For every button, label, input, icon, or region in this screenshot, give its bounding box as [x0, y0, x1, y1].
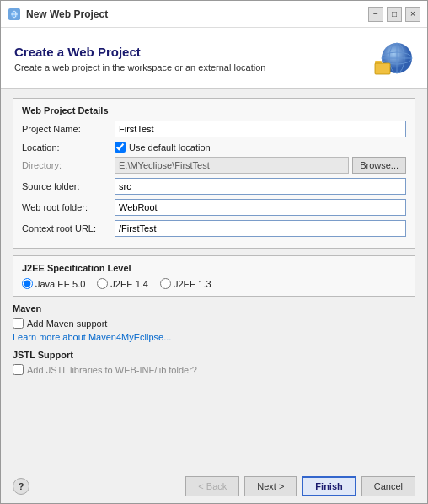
window-icon — [8, 8, 21, 21]
context-root-row: Context root URL: — [22, 220, 406, 237]
back-button[interactable]: < Back — [185, 476, 239, 496]
use-default-location-checkbox[interactable] — [115, 142, 126, 153]
svg-rect-9 — [375, 63, 390, 74]
directory-input[interactable] — [115, 157, 349, 174]
j2ee-label-14: J2EE 1.4 — [110, 279, 148, 289]
web-root-row: Web root folder: — [22, 199, 406, 216]
jstl-title: JSTL Support — [13, 350, 415, 360]
header-subtitle: Create a web project in the workspace or… — [14, 62, 366, 72]
directory-label: Directory: — [22, 160, 115, 170]
maven-checkbox-row: Add Maven support — [13, 318, 415, 329]
add-maven-checkbox[interactable] — [13, 318, 24, 329]
j2ee-section: J2EE Specification Level Java EE 5.0 J2E… — [13, 255, 415, 297]
web-root-input[interactable] — [115, 199, 406, 216]
window: New Web Project − □ × Create a Web Proje… — [0, 0, 428, 504]
use-default-location-row: Use default location — [115, 142, 211, 153]
jstl-section: JSTL Support Add JSTL libraries to WEB-I… — [13, 350, 415, 375]
next-button[interactable]: Next > — [244, 476, 297, 496]
directory-row: Directory: Browse... — [22, 157, 406, 174]
source-folder-label: Source folder: — [22, 181, 115, 191]
j2ee-label-javaee5: Java EE 5.0 — [35, 279, 85, 289]
header-text: Create a Web Project Create a web projec… — [14, 45, 366, 72]
location-row: Location: Use default location — [22, 142, 406, 153]
context-root-input[interactable] — [115, 220, 406, 237]
project-name-input[interactable] — [115, 121, 406, 137]
cancel-button[interactable]: Cancel — [361, 476, 415, 496]
j2ee-radio-javaee5[interactable] — [22, 278, 33, 289]
add-maven-label: Add Maven support — [27, 319, 107, 329]
content-area: Web Project Details Project Name: Locati… — [1, 89, 427, 469]
source-folder-row: Source folder: — [22, 178, 406, 195]
j2ee-option-javaee5[interactable]: Java EE 5.0 — [22, 278, 85, 289]
j2ee-option-13[interactable]: J2EE 1.3 — [160, 278, 211, 289]
browse-button[interactable]: Browse... — [352, 157, 406, 174]
add-jstl-checkbox[interactable] — [13, 364, 24, 375]
title-bar-buttons: − □ × — [368, 7, 420, 22]
source-folder-input[interactable] — [115, 178, 406, 195]
j2ee-label-13: J2EE 1.3 — [174, 279, 211, 289]
jstl-checkbox-row: Add JSTL libraries to WEB-INF/lib folder… — [13, 364, 415, 375]
location-label: Location: — [22, 142, 115, 153]
project-name-label: Project Name: — [22, 124, 115, 134]
web-project-details-section: Web Project Details Project Name: Locati… — [13, 98, 415, 249]
maven-title: Maven — [13, 303, 415, 314]
window-title: New Web Project — [26, 8, 368, 20]
j2ee-section-label: J2EE Specification Level — [22, 263, 406, 273]
globe-icon — [373, 38, 414, 78]
minimize-button[interactable]: − — [368, 7, 383, 22]
context-root-label: Context root URL: — [22, 223, 115, 233]
j2ee-radio-14[interactable] — [97, 278, 108, 289]
j2ee-radio-13[interactable] — [160, 278, 171, 289]
j2ee-option-14[interactable]: J2EE 1.4 — [97, 278, 148, 289]
footer: ? < Back Next > Finish Cancel — [1, 469, 427, 503]
details-section-label: Web Project Details — [22, 105, 406, 115]
svg-rect-10 — [375, 61, 382, 64]
use-default-location-label: Use default location — [129, 142, 211, 153]
maven-link[interactable]: Learn more about Maven4MyEclipse... — [13, 332, 171, 342]
web-root-label: Web root folder: — [22, 202, 115, 212]
finish-button[interactable]: Finish — [302, 476, 356, 496]
title-bar: New Web Project − □ × — [1, 1, 427, 28]
close-button[interactable]: × — [405, 7, 420, 22]
header-area: Create a Web Project Create a web projec… — [1, 28, 427, 89]
maximize-button[interactable]: □ — [387, 7, 402, 22]
maven-section: Maven Add Maven support Learn more about… — [13, 303, 415, 343]
j2ee-radio-group: Java EE 5.0 J2EE 1.4 J2EE 1.3 — [22, 278, 406, 289]
project-name-row: Project Name: — [22, 121, 406, 137]
header-title: Create a Web Project — [14, 45, 366, 59]
add-jstl-label: Add JSTL libraries to WEB-INF/lib folder… — [27, 365, 197, 375]
help-button[interactable]: ? — [13, 478, 29, 495]
